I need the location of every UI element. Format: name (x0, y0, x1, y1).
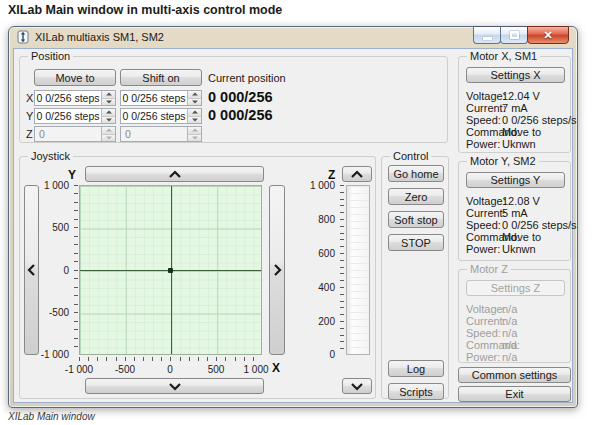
soft-stop-button[interactable]: Soft stop (388, 211, 444, 228)
spin-down-button[interactable] (188, 116, 201, 124)
titlebar[interactable]: XILab multiaxis SM1, SM2 ✕ (9, 27, 577, 48)
position-row-x: X 0 0/256 steps 0 0/256 steps 0 000/256 (20, 90, 447, 106)
axis-z-label: Z (26, 128, 33, 140)
position-group: Position Move to Shift on Current positi… (19, 56, 448, 143)
settings-y-button[interactable]: Settings Y (466, 172, 565, 188)
info-label: Voltage: (466, 195, 506, 207)
chevron-down-icon (350, 382, 364, 391)
x-tick-label: 0 (167, 364, 173, 375)
window-controls: ✕ (474, 26, 569, 44)
joystick-up-button[interactable] (85, 166, 264, 182)
info-value: 0 0/256 steps/s (502, 219, 577, 231)
z-tick-label: 0 (329, 349, 335, 360)
x-tick-label: -500 (115, 364, 135, 375)
stop-button[interactable]: STOP (388, 234, 444, 251)
info-value: Move to (502, 231, 541, 243)
z-tick-label: 200 (318, 316, 335, 327)
page-title: XILab Main window in multi-axis control … (8, 3, 282, 17)
info-label: Power: (466, 351, 500, 363)
current-position-x-value: 0 000/256 (208, 89, 273, 105)
spin-value: 0 0/256 steps (35, 109, 101, 123)
position-group-label: Position (28, 50, 73, 63)
close-button[interactable]: ✕ (527, 26, 569, 44)
joystick-y-axis-name: Y (68, 168, 76, 182)
info-value: n/a (502, 339, 517, 351)
maximize-button[interactable] (500, 26, 528, 44)
chevron-up-icon (350, 170, 364, 179)
info-value: n/a (502, 315, 517, 327)
info-value: Uknwn (502, 243, 536, 255)
spin-down-button[interactable] (102, 98, 115, 106)
spin-down-button (102, 134, 115, 142)
go-home-button[interactable]: Go home (388, 165, 444, 182)
spin-down-button[interactable] (188, 98, 201, 106)
joystick-group-label: Joystick (28, 150, 73, 163)
x-tick-label: -1 000 (65, 364, 93, 375)
joystick-right-button[interactable] (269, 185, 285, 355)
minimize-button[interactable] (473, 26, 501, 44)
info-label: Speed: (466, 114, 501, 126)
minimize-icon (483, 37, 492, 40)
spin-value: 0 (35, 127, 101, 141)
axis-x-label: X (26, 92, 33, 104)
info-value: Uknwn (502, 138, 536, 150)
info-label: Speed: (466, 327, 501, 339)
x-tick-label: 1 000 (243, 364, 268, 375)
position-row-z: Z 0 0 (20, 126, 447, 142)
info-value: n/a (502, 327, 517, 339)
y-axis-ticks (74, 185, 78, 355)
spin-down-button[interactable] (102, 116, 115, 124)
info-value: Move to (502, 126, 541, 138)
move-to-button[interactable]: Move to (34, 69, 116, 86)
z-slider[interactable] (346, 185, 370, 355)
shift-on-z-spinbox: 0 (120, 126, 202, 142)
log-button[interactable]: Log (388, 360, 444, 377)
control-group-label: Control (390, 150, 431, 163)
info-value: 12.08 V (502, 195, 540, 207)
spin-value: 0 0/256 steps (121, 91, 187, 105)
y-tick-label: -1 000 (41, 349, 69, 360)
close-icon: ✕ (543, 30, 552, 41)
info-label: Current: (466, 102, 506, 114)
axis-y-label: Y (26, 110, 33, 122)
position-row-y: Y 0 0/256 steps 0 0/256 steps 0 000/256 (20, 108, 447, 124)
chevron-down-icon (168, 382, 182, 391)
client-area: Position Move to Shift on Current positi… (13, 48, 573, 403)
current-position-label: Current position (208, 72, 286, 84)
y-tick-label: 0 (63, 265, 69, 276)
chevron-left-icon (27, 263, 36, 277)
z-up-button[interactable] (342, 166, 372, 182)
motor-z-group: Motor Z Settings Z Voltage:n/a Current:n… (458, 269, 571, 363)
x-tick-label: 500 (208, 364, 225, 375)
joystick-position-marker[interactable] (168, 268, 173, 273)
motor-y-group-label: Motor Y, SM2 (467, 155, 539, 168)
info-value: n/a (502, 351, 517, 363)
motor-x-group: Motor X, SM1 Settings X Voltage:12.04 V … (458, 56, 571, 153)
joystick-down-button[interactable] (85, 378, 264, 394)
shift-on-y-spinbox[interactable]: 0 0/256 steps (120, 108, 202, 124)
z-down-button[interactable] (342, 378, 372, 394)
exit-button[interactable]: Exit (458, 386, 571, 402)
info-label: Voltage: (466, 303, 506, 315)
x-axis-ticks (79, 357, 262, 361)
common-settings-button[interactable]: Common settings (458, 367, 571, 383)
info-value: n/a (502, 303, 517, 315)
chevron-up-icon (168, 170, 182, 179)
move-to-y-spinbox[interactable]: 0 0/256 steps (34, 108, 116, 124)
spin-value: 0 0/256 steps (35, 91, 101, 105)
joystick-plot[interactable] (79, 185, 262, 355)
settings-x-button[interactable]: Settings X (466, 67, 565, 83)
z-tick-label: 1 000 (310, 180, 335, 191)
zero-button[interactable]: Zero (388, 188, 444, 205)
move-to-x-spinbox[interactable]: 0 0/256 steps (34, 90, 116, 106)
joystick-x-axis-name: X (272, 361, 280, 375)
shift-on-button[interactable]: Shift on (120, 69, 202, 86)
info-value: 0 0/256 steps/s (502, 114, 577, 126)
current-position-y-value: 0 000/256 (208, 107, 273, 123)
z-axis-ticks (340, 185, 344, 355)
app-window: XILab multiaxis SM1, SM2 ✕ Position Move… (8, 26, 578, 408)
maximize-icon (510, 31, 519, 39)
shift-on-x-spinbox[interactable]: 0 0/256 steps (120, 90, 202, 106)
joystick-left-button[interactable] (24, 185, 39, 355)
scripts-button[interactable]: Scripts (388, 383, 444, 400)
